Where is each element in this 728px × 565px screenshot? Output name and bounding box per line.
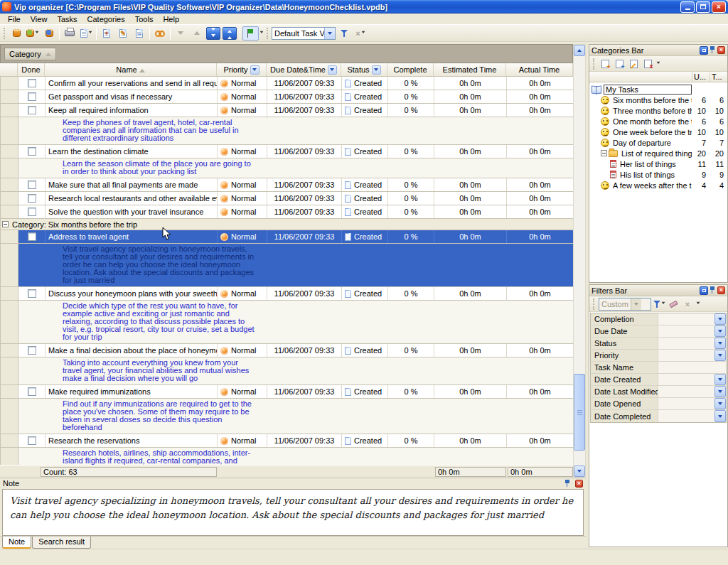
task-row[interactable]: Research the reservationsNormal11/06/200… [1,434,573,448]
filter-value-cell[interactable] [658,338,714,349]
categories-close-icon[interactable]: × [717,46,725,54]
delete-filter-button[interactable]: × [681,298,694,310]
menu-categories[interactable]: Categories [82,14,130,24]
filter-value-cell[interactable] [658,313,714,325]
find-button[interactable] [152,26,168,41]
close-button[interactable]: × [712,1,726,13]
edit-category-button[interactable] [627,58,640,70]
done-checkbox[interactable] [28,289,36,298]
categories-float-icon[interactable] [700,46,708,55]
filter-dropdown-button[interactable] [714,338,726,349]
category-tree-item[interactable]: My Tasks [589,84,727,95]
done-checkbox[interactable] [28,181,36,189]
filter-dropdown-button[interactable] [714,374,726,385]
column-header-estimated-time[interactable]: Estimated Time [434,63,506,76]
column-header-actual-time[interactable]: Actual Time [506,63,573,76]
column-filter-dropdown-icon[interactable] [328,65,337,75]
clear-filter-button[interactable] [667,298,680,310]
category-tree-item[interactable]: His list of things99 [589,169,727,180]
filter-dropdown-button[interactable] [714,386,726,397]
note-text[interactable]: Visit travel agency specializing in hone… [2,489,584,536]
column-filter-dropdown-icon[interactable] [372,65,381,75]
note-close-icon[interactable]: × [575,480,583,488]
task-row[interactable]: Solve the question with your travel insu… [1,205,573,219]
add-subcategory-button[interactable] [613,58,626,70]
menu-tools[interactable]: Tools [130,14,159,24]
toolbar-overflow-icon[interactable] [657,62,660,66]
task-row[interactable]: Confirm all your reservations and send i… [1,77,573,90]
open-database-button[interactable] [25,26,41,41]
done-checkbox[interactable] [28,79,36,87]
tab-search-result[interactable]: Search result [32,537,91,549]
save-database-button[interactable] [41,26,57,41]
category-tree-item[interactable]: Her list of things1111 [589,158,727,169]
filter-dropdown-button[interactable] [714,325,726,337]
task-row[interactable]: Make sure that all final payments are ma… [1,178,573,192]
scrollbar-thumb[interactable] [574,374,585,451]
move-up-button[interactable] [189,26,205,41]
category-tree-item[interactable]: Day of departure77 [589,137,727,148]
filter-value-cell[interactable] [658,386,714,397]
move-top-button[interactable] [222,26,237,41]
done-checkbox[interactable] [28,92,36,101]
move-bottom-button[interactable] [205,26,221,41]
done-checkbox[interactable] [28,346,36,355]
task-row[interactable]: Make required immunizationsNormal11/06/2… [1,385,573,399]
filter-dropdown-button[interactable] [714,313,726,325]
new-task-button[interactable]: + [99,26,114,41]
toolbar-grip[interactable] [593,298,595,310]
apply-view-button[interactable] [336,26,352,41]
group-by-category-chip[interactable]: Category [4,48,56,60]
print-preview-button[interactable] [78,26,94,41]
filter-dropdown-button[interactable] [714,410,726,422]
category-tree-item[interactable]: One month before the trip66 [589,116,727,127]
task-view-dropdown-icon[interactable] [324,28,335,39]
add-category-button[interactable] [599,58,611,70]
scrollbar-track[interactable] [574,56,585,466]
category-tree-item[interactable]: One week before the trip1010 [589,127,727,137]
menu-file[interactable]: File [3,14,26,24]
collapse-icon[interactable] [2,221,9,227]
menu-help[interactable]: Help [158,14,184,24]
categories-pin-icon[interactable] [710,46,716,54]
task-row[interactable]: Make a final decision about the place of… [1,344,573,357]
filter-value-cell[interactable] [658,374,714,385]
category-tree-item[interactable]: Three months before the trip1010 [589,105,727,116]
delete-category-button[interactable] [641,58,654,70]
task-row[interactable]: Get passport and visas if necessaryNorma… [1,90,573,104]
apply-filter-button[interactable] [653,298,665,310]
task-row[interactable]: Research local restaurants and other ava… [1,192,573,205]
column-filter-dropdown-icon[interactable] [250,65,259,75]
column-undone[interactable]: U... [692,72,710,82]
task-row[interactable]: Learn the destination climateNormal11/06… [1,145,573,158]
filters-pin-icon[interactable] [710,286,716,294]
filter-dropdown-button[interactable] [714,398,726,409]
done-checkbox[interactable] [28,436,36,445]
move-down-button[interactable] [173,26,188,41]
new-database-button[interactable] [9,26,24,41]
view-mode-button[interactable] [242,26,264,41]
filter-value-cell[interactable] [658,350,714,361]
vertical-scrollbar[interactable] [573,44,586,478]
done-checkbox[interactable] [28,232,36,241]
edit-task-button[interactable]: ✎ [115,26,131,41]
filter-value-cell[interactable] [658,410,714,422]
task-view-combobox[interactable]: Default Task View [272,27,336,40]
task-row[interactable]: Keep all required informationNormal11/06… [1,104,573,117]
category-tree-item[interactable]: Six months before the trip66 [589,95,727,105]
pin-icon[interactable] [564,480,571,488]
toolbar-grip[interactable] [267,28,269,39]
restore-button[interactable] [696,1,710,13]
filters-close-icon[interactable]: × [717,286,725,294]
column-header-status[interactable]: Status [341,63,387,76]
category-tree-item[interactable]: A few weeks after the trip44 [589,180,727,190]
scroll-down-icon[interactable] [574,466,585,477]
filters-float-icon[interactable] [700,286,708,295]
delete-view-button[interactable]: × [353,26,368,41]
task-row[interactable]: Discuss your honeymoon plans with your s… [1,287,573,301]
done-checkbox[interactable] [28,147,36,156]
menu-view[interactable]: View [26,14,53,24]
column-header-priority[interactable]: Priority [217,63,267,76]
toolbar-grip[interactable] [4,28,6,39]
category-group-row[interactable]: Category: Six months before the trip [1,219,573,230]
